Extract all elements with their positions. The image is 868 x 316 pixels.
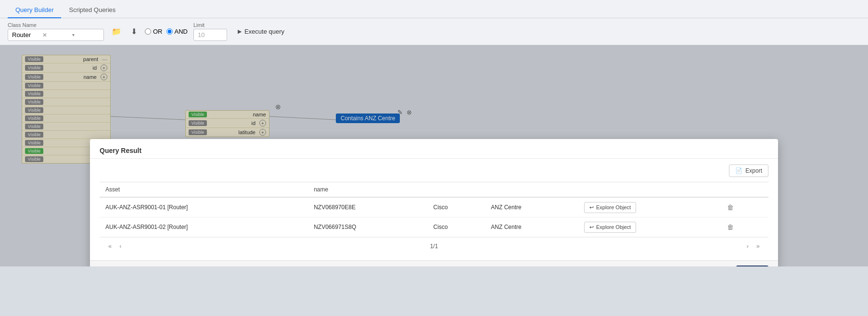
class-name-label: Class Name	[8, 22, 104, 28]
execute-query-button[interactable]: ▶ Execute query	[233, 25, 289, 38]
cell-asset-2: AUK-ANZ-ASR9001-02 [Router]	[100, 217, 308, 237]
cell-action-2: ↩ Explore Object	[578, 217, 719, 237]
export-button[interactable]: 📄 Export	[729, 164, 768, 177]
last-page-button[interactable]: »	[753, 241, 763, 251]
class-name-input[interactable]: Router ✕ ▾	[8, 29, 104, 41]
col-5	[578, 182, 719, 198]
execute-label: Execute query	[244, 28, 284, 35]
export-row: 📄 Export	[100, 164, 768, 177]
and-label: AND	[175, 28, 188, 35]
first-page-button[interactable]: «	[105, 241, 115, 251]
cell-col2-2: NZV066971S8Q	[308, 217, 427, 237]
table-row: AUK-ANZ-ASR9001-01 [Router] NZV068970E8E…	[100, 197, 768, 217]
limit-label: Limit	[193, 22, 227, 28]
explore-object-button-2[interactable]: ↩ Explore Object	[584, 222, 636, 233]
cell-delete-1: 🗑	[719, 197, 768, 217]
tab-bar: Query Builder Scripted Queries	[0, 0, 868, 18]
cell-action-1: ↩ Explore Object	[578, 197, 719, 217]
col-6	[719, 182, 768, 198]
folder-icon-button[interactable]: 📁	[110, 25, 123, 38]
export-icon: 📄	[735, 167, 742, 174]
col-asset: Asset	[100, 182, 308, 198]
cell-delete-2: 🗑	[719, 217, 768, 237]
table-header: Asset name	[100, 182, 768, 198]
col-4	[485, 182, 578, 198]
delete-row-button-1[interactable]: 🗑	[725, 202, 736, 213]
or-radio[interactable]	[145, 28, 151, 35]
col-name: name	[308, 182, 427, 198]
page-nav-right: › »	[743, 241, 763, 251]
page-info: 1/1	[125, 243, 744, 250]
or-label: OR	[153, 28, 163, 35]
explore-label-2: Explore Object	[596, 224, 631, 230]
cell-col4-1: ANZ Centre	[485, 197, 578, 217]
col-3	[428, 182, 485, 198]
cell-asset-1: AUK-ANZ-ASR9001-01 [Router]	[100, 197, 308, 217]
tab-query-builder[interactable]: Query Builder	[8, 2, 61, 18]
download-icon-button[interactable]: ⬇	[129, 25, 139, 38]
cell-col3-2: Cisco	[428, 217, 485, 237]
modal-header: Query Result	[90, 139, 778, 159]
explore-icon-1: ↩	[589, 204, 594, 211]
next-page-button[interactable]: ›	[743, 241, 751, 251]
tab-scripted-queries[interactable]: Scripted Queries	[61, 2, 123, 18]
explore-object-button-1[interactable]: ↩ Explore Object	[584, 202, 636, 213]
table-row: AUK-ANZ-ASR9001-02 [Router] NZV066971S8Q…	[100, 217, 768, 237]
cancel-button[interactable]: Cancel	[100, 266, 130, 266]
header-row: Asset name	[100, 182, 768, 198]
prev-page-button[interactable]: ‹	[116, 241, 124, 251]
query-toolbar: Class Name Router ✕ ▾ 📁 ⬇ OR AND Limit ▶…	[0, 18, 868, 45]
or-radio-label[interactable]: OR	[145, 28, 163, 35]
modal-title: Query Result	[100, 147, 768, 154]
query-result-modal: Query Result 📄 Export Asset name	[90, 139, 778, 266]
limit-input[interactable]	[193, 29, 227, 41]
explore-label-1: Explore Object	[596, 204, 631, 210]
and-radio-label[interactable]: AND	[166, 28, 188, 35]
class-name-chevron-icon[interactable]: ▾	[72, 32, 100, 38]
table-body: AUK-ANZ-ASR9001-01 [Router] NZV068970E8E…	[100, 197, 768, 237]
page-nav-left: « ‹	[105, 241, 125, 251]
modal-footer: Cancel OK	[90, 260, 778, 266]
cell-col3-1: Cisco	[428, 197, 485, 217]
limit-wrapper: Limit	[193, 22, 227, 41]
delete-row-button-2[interactable]: 🗑	[725, 221, 736, 233]
logic-group: OR AND	[145, 28, 188, 35]
modal-overlay: Query Result 📄 Export Asset name	[0, 45, 868, 266]
export-label: Export	[745, 167, 762, 174]
pagination: « ‹ 1/1 › »	[100, 237, 768, 254]
canvas-area: Visible parent — Visible id + Visible na…	[0, 45, 868, 266]
class-name-value: Router	[12, 31, 39, 38]
ok-button[interactable]: OK	[736, 265, 768, 266]
explore-icon-2: ↩	[589, 224, 594, 230]
class-name-wrapper: Class Name Router ✕ ▾	[8, 22, 104, 41]
modal-body: 📄 Export Asset name	[90, 159, 778, 260]
class-name-clear-icon[interactable]: ✕	[42, 32, 70, 38]
cell-col4-2: ANZ Centre	[485, 217, 578, 237]
result-table: Asset name AUK-ANZ-ASR9001-01 [Router] N…	[100, 182, 768, 237]
play-icon: ▶	[238, 28, 242, 35]
and-radio[interactable]	[166, 28, 173, 35]
cell-col2-1: NZV068970E8E	[308, 197, 427, 217]
